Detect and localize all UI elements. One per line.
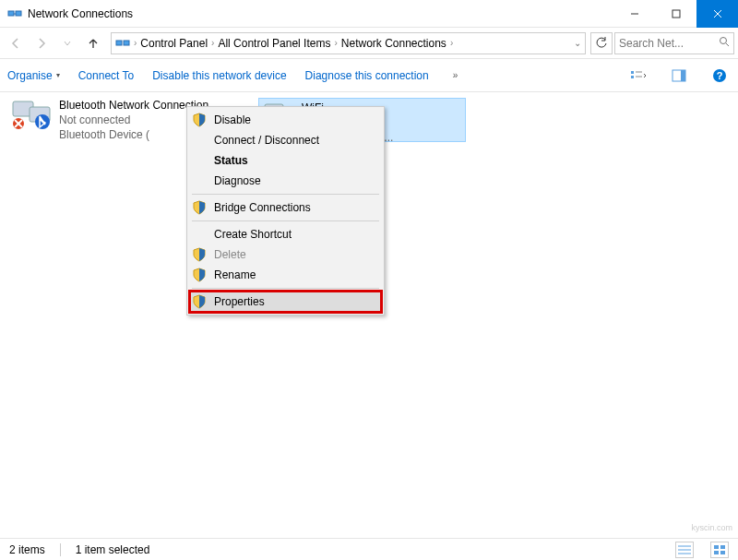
svg-text:?: ? [717, 70, 723, 81]
svg-rect-8 [124, 41, 129, 45]
search-placeholder: Search Net... [619, 37, 715, 50]
app-icon [7, 6, 22, 21]
svg-rect-29 [714, 545, 719, 549]
ctx-bridge[interactable]: Bridge Connections [190, 197, 381, 218]
ctx-diagnose[interactable]: Diagnose [190, 171, 381, 191]
recent-dropdown[interactable] [55, 31, 79, 55]
svg-rect-30 [720, 545, 725, 549]
breadcrumb-network-connections[interactable]: Network Connections› [341, 37, 453, 50]
search-icon [719, 36, 730, 50]
maximize-button[interactable] [655, 0, 696, 28]
ctx-create-shortcut[interactable]: Create Shortcut [190, 224, 381, 244]
chevron-right-icon[interactable]: › [134, 38, 137, 48]
svg-rect-11 [631, 71, 634, 74]
ctx-delete: Delete [190, 244, 381, 265]
window-title: Network Connections [28, 7, 613, 20]
address-dropdown-icon[interactable]: ⌄ [574, 38, 581, 48]
svg-rect-12 [631, 76, 634, 78]
organise-menu[interactable]: Organise ▾ [7, 69, 60, 82]
overflow-button[interactable]: » [447, 70, 464, 80]
address-bar: › Control Panel› All Control Panel Items… [0, 28, 738, 59]
shield-icon [192, 113, 207, 127]
separator [192, 220, 379, 221]
separator [192, 194, 379, 195]
caret-down-icon: ▾ [56, 71, 60, 79]
shield-icon [192, 268, 207, 282]
command-bar: Organise ▾ Connect To Disable this netwo… [0, 59, 738, 92]
breadcrumb-control-panel[interactable]: Control Panel› [140, 37, 214, 50]
svg-line-10 [726, 43, 729, 46]
context-menu: Disable Connect / Disconnect Status Diag… [186, 106, 385, 316]
breadcrumb-all-items[interactable]: All Control Panel Items› [218, 37, 337, 50]
svg-rect-1 [16, 11, 21, 16]
title-bar: Network Connections [0, 0, 738, 28]
svg-rect-31 [714, 551, 719, 554]
ctx-disable[interactable]: Disable [190, 110, 381, 130]
ctx-status[interactable]: Status [190, 150, 381, 171]
minimize-button[interactable] [613, 0, 655, 28]
ctx-rename[interactable]: Rename [190, 265, 381, 285]
watermark: kyscin.com [691, 523, 732, 532]
status-item-count: 2 items [9, 543, 45, 556]
ctx-properties[interactable]: Properties [190, 292, 381, 312]
close-button[interactable] [696, 0, 738, 28]
search-input[interactable]: Search Net... [614, 32, 734, 54]
connect-to-button[interactable]: Connect To [78, 69, 135, 82]
shield-icon [192, 294, 207, 309]
help-button[interactable]: ? [708, 65, 731, 87]
status-selected-count: 1 item selected [76, 543, 150, 556]
network-icon [115, 36, 130, 51]
shield-icon [192, 200, 207, 215]
status-bar: 2 items 1 item selected [0, 538, 738, 560]
forward-button[interactable] [30, 31, 54, 55]
disable-device-button[interactable]: Disable this network device [152, 69, 286, 82]
details-view-button[interactable] [675, 542, 694, 558]
chevron-right-icon[interactable]: › [211, 38, 214, 48]
chevron-right-icon[interactable]: › [450, 38, 453, 48]
svg-rect-16 [681, 70, 685, 81]
svg-rect-4 [673, 10, 680, 18]
svg-rect-32 [720, 551, 725, 554]
svg-rect-7 [116, 41, 122, 45]
separator [192, 288, 379, 289]
ctx-connect-disconnect[interactable]: Connect / Disconnect [190, 130, 381, 150]
up-button[interactable] [81, 31, 105, 55]
breadcrumb-bar[interactable]: › Control Panel› All Control Panel Items… [111, 32, 586, 54]
view-options-button[interactable] [627, 65, 649, 87]
svg-point-9 [720, 38, 727, 44]
back-button[interactable] [4, 31, 28, 55]
bluetooth-adapter-icon [9, 98, 54, 131]
refresh-button[interactable] [590, 32, 613, 54]
preview-pane-button[interactable] [668, 65, 690, 87]
svg-rect-0 [8, 11, 14, 16]
shield-icon [192, 247, 207, 262]
large-icons-view-button[interactable] [710, 542, 729, 558]
diagnose-connection-button[interactable]: Diagnose this connection [305, 69, 429, 82]
chevron-right-icon[interactable]: › [334, 38, 337, 48]
